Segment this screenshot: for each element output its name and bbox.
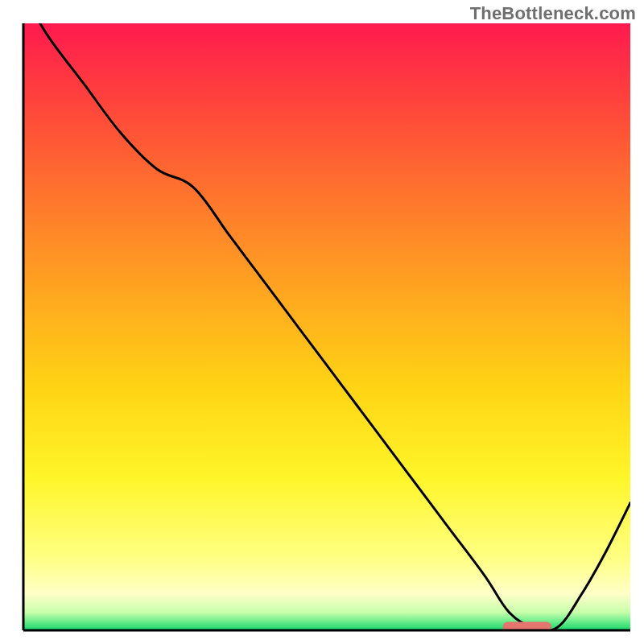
bottleneck-chart: [0, 0, 644, 644]
gradient-background: [23, 23, 630, 630]
chart-container: TheBottleneck.com: [0, 0, 644, 644]
watermark-text: TheBottleneck.com: [470, 3, 636, 24]
